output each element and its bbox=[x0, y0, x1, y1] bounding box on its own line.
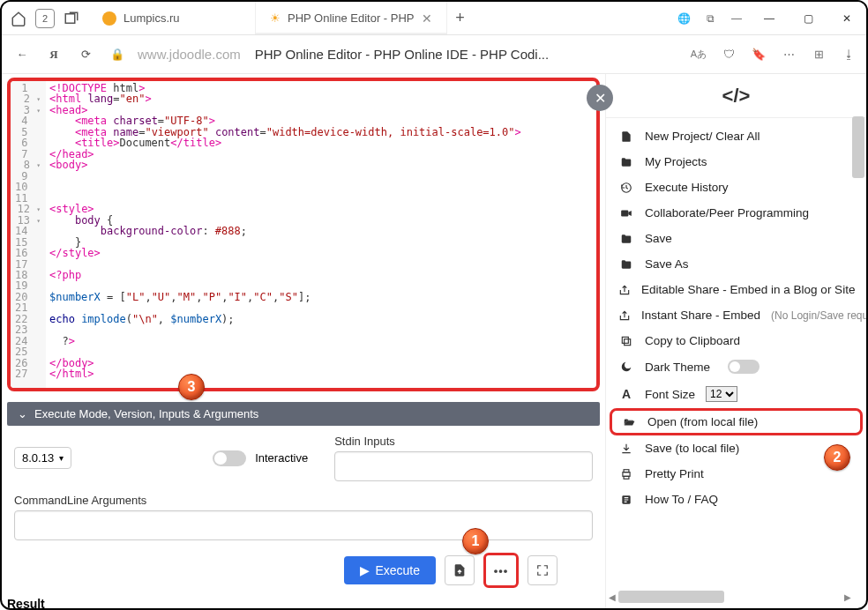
more-options-button[interactable]: ••• bbox=[483, 553, 519, 588]
side-item-label: How To / FAQ bbox=[645, 493, 718, 506]
side-item-editable-share-embed-in-a-blog-or-site[interactable]: Editable Share - Embed in a Blog or Site bbox=[606, 277, 866, 302]
lock-icon[interactable]: 🔒 bbox=[106, 43, 129, 66]
side-item-collaborate-peer-programming[interactable]: Collaborate/Peer Programming bbox=[606, 200, 866, 226]
execute-header-label: Execute Mode, Version, Inputs & Argument… bbox=[34, 407, 258, 420]
back-button[interactable]: ← bbox=[11, 43, 34, 66]
translate-icon[interactable]: Aあ bbox=[690, 48, 707, 61]
side-item-label: Save (to local file) bbox=[645, 442, 739, 455]
side-item-how-to-faq[interactable]: How To / FAQ bbox=[606, 487, 866, 512]
side-item-label: Copy to Clipboard bbox=[645, 334, 740, 347]
side-item-instant-share-embed[interactable]: Instant Share - Embed(No Login/Save requ bbox=[606, 302, 866, 328]
side-item-copy-to-clipboard[interactable]: Copy to Clipboard bbox=[606, 328, 866, 353]
side-item-label: Pretty Print bbox=[645, 467, 704, 480]
font-size-select[interactable]: 12 bbox=[706, 386, 737, 402]
tab-counter[interactable]: 2 bbox=[35, 9, 55, 28]
close-panel-button[interactable]: ✕ bbox=[587, 85, 613, 111]
tab-jdoodle[interactable]: ☀ PHP Online Editor - PHP ✕ bbox=[256, 2, 447, 34]
yandex-icon[interactable]: Я bbox=[42, 43, 65, 66]
annotation-badge-3: 3 bbox=[178, 374, 205, 400]
play-icon: ▶ bbox=[360, 563, 370, 577]
side-item-label: Save bbox=[645, 232, 672, 245]
copy-window-icon[interactable]: ⧉ bbox=[697, 2, 723, 35]
share-icon bbox=[618, 284, 631, 296]
url-bar: ← Я ⟳ 🔒 www.jdoodle.com PHP Online Edito… bbox=[2, 35, 866, 74]
maximize-button[interactable]: ▢ bbox=[789, 2, 827, 35]
result-title: Result bbox=[7, 595, 600, 610]
svg-rect-2 bbox=[625, 338, 631, 345]
interactive-toggle[interactable] bbox=[213, 450, 246, 466]
tab-label: PHP Online Editor - PHP bbox=[288, 11, 415, 25]
stdin-input[interactable] bbox=[334, 451, 593, 481]
share-icon bbox=[618, 309, 631, 322]
svg-rect-4 bbox=[623, 472, 630, 476]
reload-button[interactable]: ⟳ bbox=[74, 43, 97, 66]
close-icon[interactable]: ✕ bbox=[422, 11, 432, 26]
side-item-label: My Projects bbox=[645, 155, 707, 168]
side-item-label: Collaborate/Peer Programming bbox=[645, 206, 809, 219]
side-item-open-from-local-file[interactable]: Open (from local file) bbox=[610, 408, 863, 435]
download-icon bbox=[618, 443, 634, 455]
side-item-font-size[interactable]: AFont Size12 bbox=[606, 380, 866, 408]
url-display[interactable]: www.jdoodle.com PHP Online Editor - PHP … bbox=[138, 47, 549, 62]
annotation-badge-2: 2 bbox=[824, 444, 850, 471]
minimize-button[interactable]: — bbox=[750, 2, 789, 35]
folder-icon bbox=[618, 233, 634, 245]
code-area[interactable]: <!DOCTYPE html><html lang="en"><head> <m… bbox=[46, 81, 596, 388]
side-item-save-as[interactable]: Save As bbox=[606, 251, 866, 277]
result-section: Result CPU Time: 0.01 sec(s), Memory: 19… bbox=[7, 595, 600, 610]
line-gutter: 1 2 ▾3 ▾4 5 6 7 8 ▾9 10 11 12 ▾13 ▾14 15… bbox=[11, 81, 46, 388]
extension-shield-icon[interactable]: 🛡 bbox=[720, 48, 737, 61]
svg-rect-3 bbox=[622, 337, 628, 343]
bookmark-icon[interactable]: 🔖 bbox=[750, 48, 767, 61]
tab-label: Lumpics.ru bbox=[123, 11, 180, 25]
execute-button[interactable]: ▶ Execute bbox=[344, 556, 436, 584]
home-icon[interactable] bbox=[9, 9, 28, 28]
extensions-icon[interactable]: ⊞ bbox=[810, 48, 827, 61]
window-titlebar: 2 Lumpics.ru ☀ PHP Online Editor - PHP ✕… bbox=[2, 2, 866, 35]
favicon-icon: ☀ bbox=[270, 11, 281, 25]
code-icon: </> bbox=[722, 85, 751, 108]
downloads-icon[interactable]: ⭳ bbox=[840, 48, 857, 61]
dash-icon[interactable]: — bbox=[723, 2, 750, 35]
php-version-select[interactable]: 8.0.13 ▾ bbox=[14, 447, 71, 469]
moon-icon bbox=[618, 361, 634, 373]
new-window-icon[interactable] bbox=[62, 9, 81, 28]
annotation-badge-1: 1 bbox=[462, 528, 489, 554]
vertical-scrollbar[interactable] bbox=[852, 116, 864, 582]
more-icon[interactable]: ⋯ bbox=[780, 48, 797, 61]
theme-toggle[interactable] bbox=[728, 360, 760, 374]
side-item-dark-theme[interactable]: Dark Theme bbox=[606, 353, 866, 380]
side-item-save[interactable]: Save bbox=[606, 226, 866, 251]
cmdline-input[interactable] bbox=[14, 510, 593, 540]
page-title: PHP Online Editor - PHP Online IDE - PHP… bbox=[255, 47, 549, 62]
execute-panel-header[interactable]: ⌄ Execute Mode, Version, Inputs & Argume… bbox=[7, 402, 600, 426]
horizontal-scrollbar[interactable]: ◀▶ bbox=[606, 591, 854, 603]
chevron-down-icon: ⌄ bbox=[18, 407, 27, 420]
side-item-label: Save As bbox=[645, 257, 689, 271]
history-icon bbox=[618, 182, 634, 194]
globe-icon[interactable]: 🌐 bbox=[670, 2, 697, 35]
cmdline-label: CommandLine Arguments bbox=[14, 494, 593, 507]
add-tab-button[interactable]: + bbox=[447, 2, 474, 34]
font-icon: A bbox=[618, 387, 634, 401]
close-window-button[interactable]: ✕ bbox=[827, 2, 866, 35]
open-icon bbox=[621, 416, 637, 428]
execute-panel: ⌄ Execute Mode, Version, Inputs & Argume… bbox=[7, 402, 600, 595]
svg-rect-0 bbox=[65, 13, 75, 23]
copy-icon bbox=[618, 335, 634, 347]
fullscreen-button[interactable] bbox=[528, 555, 557, 585]
php-version-label: 8.0.13 bbox=[22, 451, 54, 465]
side-item-my-projects[interactable]: My Projects bbox=[606, 149, 866, 175]
tab-lumpics[interactable]: Lumpics.ru bbox=[88, 2, 256, 34]
side-item-new-project-clear-all[interactable]: New Project/ Clear All bbox=[606, 123, 866, 149]
side-item-label: Open (from local file) bbox=[647, 415, 758, 428]
print-icon bbox=[618, 468, 634, 480]
side-item-label: Dark Theme bbox=[645, 361, 710, 374]
ellipsis-icon: ••• bbox=[494, 564, 509, 577]
code-editor[interactable]: 1 2 ▾3 ▾4 5 6 7 8 ▾9 10 11 12 ▾13 ▾14 15… bbox=[7, 78, 600, 391]
upload-file-button[interactable] bbox=[445, 555, 475, 585]
side-item-label: Editable Share - Embed in a Blog or Site bbox=[641, 283, 855, 296]
url-domain: www.jdoodle.com bbox=[138, 47, 241, 62]
side-item-execute-history[interactable]: Execute History bbox=[606, 175, 866, 200]
interactive-label: Interactive bbox=[255, 451, 308, 465]
